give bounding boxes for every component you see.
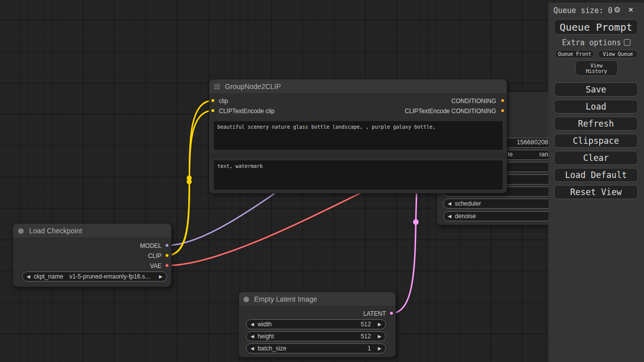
height-label: height — [258, 333, 274, 340]
decrement-arrow-icon[interactable]: ◀ — [251, 331, 254, 341]
width-value: 512 — [361, 321, 371, 328]
width-widget[interactable]: ◀ width 512 ▶ — [246, 319, 386, 329]
control-after-generate-value: ran — [539, 151, 548, 158]
reset-view-button[interactable]: Reset View — [554, 185, 638, 199]
node-section-divider — [210, 153, 506, 157]
input-port-cliptextencode-clip[interactable] — [211, 109, 215, 113]
extra-options-label: Extra options — [562, 38, 621, 47]
denoise-label: denoise — [455, 213, 476, 220]
refresh-button[interactable]: Refresh — [554, 117, 638, 131]
node-title-bar[interactable]: GroupNode2CLIP — [209, 79, 507, 94]
decrement-arrow-icon[interactable]: ◀ — [27, 272, 30, 282]
load-button[interactable]: Load — [554, 100, 638, 114]
queue-size-label: Queue size: 0 — [553, 6, 612, 15]
input-label: CLIPTextEncode clip — [219, 108, 275, 115]
input-port-clip[interactable] — [211, 99, 215, 103]
height-widget[interactable]: ◀ height 512 ▶ — [246, 331, 386, 341]
output-port-vae[interactable] — [165, 263, 169, 267]
load-default-button[interactable]: Load Default — [554, 168, 638, 182]
decrement-arrow-icon[interactable]: ◀ — [251, 343, 254, 353]
comfy-menu-panel: Queue size: 0 ⚙ ✕ Queue Prompt Extra opt… — [548, 3, 644, 362]
output-label: CLIPTextEncode CONDITIONING — [405, 108, 496, 115]
view-history-button[interactable]: View History — [575, 60, 618, 76]
output-port-model[interactable] — [165, 243, 169, 247]
decrement-arrow-icon[interactable]: ◀ — [448, 199, 451, 209]
clear-button[interactable]: Clear — [554, 151, 638, 165]
ckpt-name-widget[interactable]: ◀ ckpt_name v1-5-pruned-emaonly-fp16.s… … — [22, 272, 167, 282]
view-history-line2: History — [586, 68, 607, 74]
seed-value: 1566802087 — [517, 139, 552, 146]
output-port-clip[interactable] — [165, 253, 169, 257]
decrement-arrow-icon[interactable]: ◀ — [448, 211, 451, 221]
scheduler-label: scheduler — [455, 200, 481, 207]
output-label: CLIP — [148, 252, 162, 259]
output-port-latent[interactable] — [389, 311, 393, 315]
node-title: Load Checkpoint — [29, 227, 82, 235]
output-label: CONDITIONING — [451, 98, 496, 105]
ckpt-name-label: ckpt_name — [34, 273, 63, 280]
ckpt-name-value: v1-5-pruned-emaonly-fp16.s… — [69, 273, 151, 280]
output-port-cliptextencode-conditioning[interactable] — [501, 109, 505, 113]
output-port-conditioning[interactable] — [501, 99, 505, 103]
settings-gear-icon[interactable]: ⚙ — [614, 4, 620, 15]
extra-options-checkbox[interactable] — [624, 39, 630, 46]
input-label: clip — [219, 98, 228, 105]
batch-size-value: 1 — [367, 345, 371, 352]
node-groupnode2clip[interactable]: GroupNode2CLIP clip CLIPTextEncode clip … — [209, 79, 507, 194]
node-empty-latent-image[interactable]: Empty Latent Image LATENT ◀ width 512 ▶ … — [238, 292, 396, 357]
positive-prompt-textarea[interactable]: beautiful scenery nature glass bottle la… — [214, 121, 503, 150]
save-button[interactable]: Save — [554, 82, 638, 97]
increment-arrow-icon[interactable]: ▶ — [159, 272, 163, 282]
height-value: 512 — [361, 333, 371, 340]
clip-link-dot[interactable] — [187, 179, 192, 185]
batch-size-label: batch_size — [258, 345, 286, 352]
increment-arrow-icon[interactable]: ▶ — [378, 331, 381, 341]
control-after-generate-label: te — [508, 151, 513, 158]
negative-prompt-textarea[interactable]: text, watermark — [214, 160, 503, 190]
width-label: width — [258, 321, 272, 328]
latent-link-dot[interactable] — [413, 219, 419, 225]
view-queue-button[interactable]: View Queue — [598, 50, 638, 58]
batch-size-widget[interactable]: ◀ batch_size 1 ▶ — [246, 343, 386, 353]
node-load-checkpoint[interactable]: Load Checkpoint MODEL CLIP VAE ◀ ckpt_na… — [13, 223, 172, 287]
node-title: GroupNode2CLIP — [225, 82, 281, 90]
decrement-arrow-icon[interactable]: ◀ — [251, 319, 254, 329]
collapse-dot-icon[interactable] — [18, 228, 24, 234]
close-icon[interactable]: ✕ — [628, 5, 633, 14]
clipspace-button[interactable]: Clipspace — [554, 134, 638, 148]
increment-arrow-icon[interactable]: ▶ — [378, 343, 381, 353]
queue-prompt-button[interactable]: Queue Prompt — [554, 19, 638, 35]
output-label: LATENT — [363, 310, 386, 317]
node-title: Empty Latent Image — [254, 295, 317, 303]
increment-arrow-icon[interactable]: ▶ — [378, 319, 381, 329]
node-graph-canvas[interactable]: 1566802087 te ran ◀ scheduler ◀ denoise — [0, 0, 644, 362]
node-title-bar[interactable]: Load Checkpoint — [13, 224, 171, 238]
node-title-bar[interactable]: Empty Latent Image — [239, 292, 395, 307]
output-label: MODEL — [140, 242, 162, 249]
view-history-line1: View — [590, 63, 602, 68]
drag-handle-icon — [214, 83, 220, 90]
queue-front-button[interactable]: Queue Front — [555, 50, 594, 58]
collapse-dot-icon[interactable] — [244, 297, 249, 302]
output-label: VAE — [150, 262, 162, 269]
